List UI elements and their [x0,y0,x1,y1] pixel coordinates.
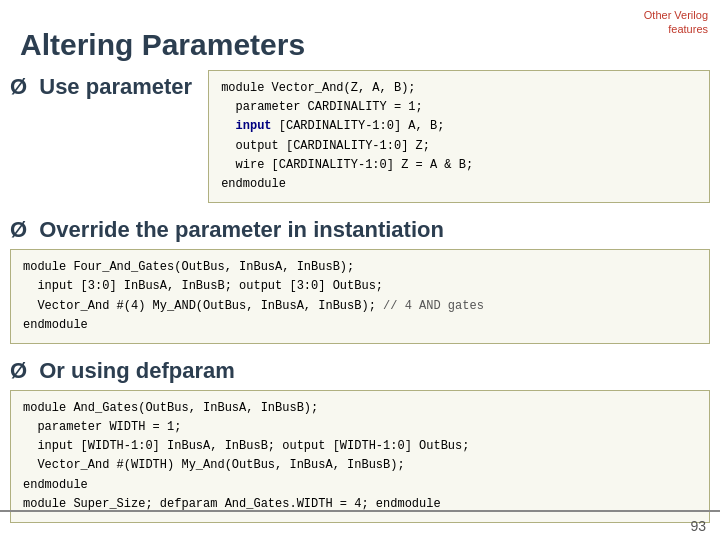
defparam-heading-text: Or using defparam [39,358,235,383]
section-use-parameter: Ø Use parameter module Vector_And(Z, A, … [10,70,710,203]
use-parameter-label: Ø Use parameter [10,70,192,100]
use-parameter-code: module Vector_And(Z, A, B); parameter CA… [208,70,710,203]
code-line-2: parameter CARDINALITY = 1; [221,98,697,117]
section-defparam: Ø Or using defparam module And_Gates(Out… [10,358,710,523]
defparam-code-line-4: Vector_And #(WIDTH) My_And(OutBus, InBus… [23,456,697,475]
top-right-label: Other Verilog features [644,8,708,37]
bullet-arrow-2: Ø [10,217,27,242]
override-heading-text: Override the parameter in instantiation [39,217,444,242]
defparam-heading: Ø Or using defparam [10,358,710,384]
defparam-code-line-1: module And_Gates(OutBus, InBusA, InBusB)… [23,399,697,418]
top-right-line1: Other Verilog [644,9,708,21]
code-line-5: wire [CARDINALITY-1:0] Z = A & B; [221,156,697,175]
use-parameter-text: Use parameter [39,74,192,99]
override-code-line-4: endmodule [23,316,697,335]
page-title: Altering Parameters [20,28,305,62]
defparam-code-line-3: input [WIDTH-1:0] InBusA, InBusB; output… [23,437,697,456]
code-line-1: module Vector_And(Z, A, B); [221,79,697,98]
override-code-line-2: input [3:0] InBusA, InBusB; output [3:0]… [23,277,697,296]
override-code-line-3: Vector_And #(4) My_AND(OutBus, InBusA, I… [23,297,697,316]
bottom-divider [0,510,720,512]
bullet-arrow-3: Ø [10,358,27,383]
override-code-line-1: module Four_And_Gates(OutBus, InBusA, In… [23,258,697,277]
top-right-line2: features [668,23,708,35]
page-number: 93 [690,518,706,534]
code-line-4: output [CARDINALITY-1:0] Z; [221,137,697,156]
content-area: Ø Use parameter module Vector_And(Z, A, … [10,70,710,510]
defparam-code-line-2: parameter WIDTH = 1; [23,418,697,437]
bullet-arrow-1: Ø [10,74,27,99]
section-override: Ø Override the parameter in instantiatio… [10,217,710,344]
override-code: module Four_And_Gates(OutBus, InBusA, In… [10,249,710,344]
code-line-3: input [CARDINALITY-1:0] A, B; [221,117,697,136]
code-line-6: endmodule [221,175,697,194]
override-heading: Ø Override the parameter in instantiatio… [10,217,710,243]
defparam-code-line-5: endmodule [23,476,697,495]
defparam-code: module And_Gates(OutBus, InBusA, InBusB)… [10,390,710,523]
